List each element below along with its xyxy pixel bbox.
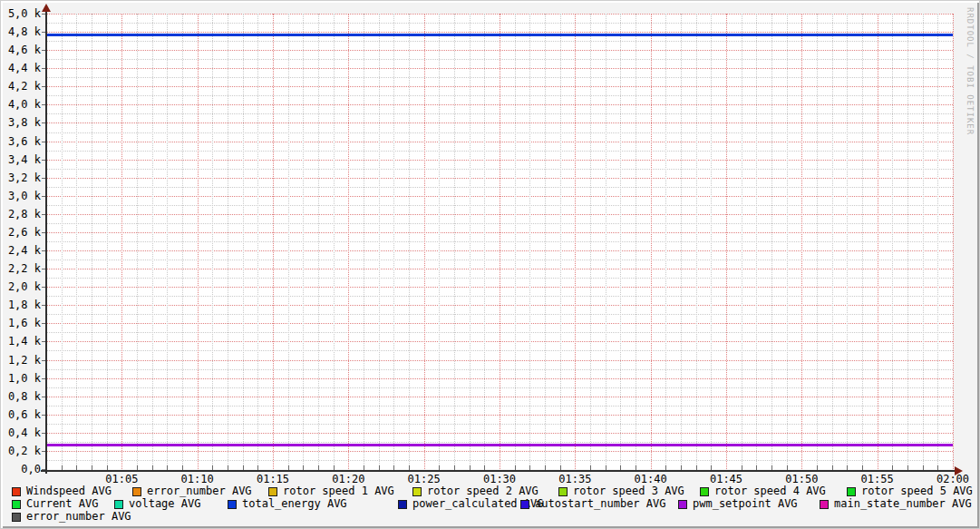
v-gridline-minor <box>756 14 757 469</box>
v-gridline-major <box>348 14 349 469</box>
v-gridline-minor <box>606 14 606 469</box>
x-axis-tick <box>393 465 394 470</box>
x-axis-tick <box>606 465 606 470</box>
y-axis-label: 2,4 k <box>5 245 41 257</box>
y-axis-label: 5,0 k <box>5 8 41 20</box>
v-gridline-minor <box>470 14 471 469</box>
x-axis-tick <box>937 465 938 470</box>
x-axis-tick <box>636 465 636 470</box>
y-axis-label: 0,0 <box>5 464 41 475</box>
v-gridline-minor <box>334 14 335 469</box>
y-axis-label: 2,8 k <box>5 209 41 220</box>
legend-item: voltage AVG <box>114 498 200 510</box>
y-axis-tick <box>42 86 45 87</box>
legend-item: rotor speed 5 AVG <box>847 485 973 497</box>
x-axis-tick <box>182 465 183 470</box>
legend-label: rotor speed 4 AVG <box>714 485 826 497</box>
y-axis-tick <box>42 323 45 324</box>
y-axis-label: 2,0 k <box>5 281 41 293</box>
v-gridline-minor <box>696 14 697 469</box>
x-axis-tick <box>92 465 92 470</box>
legend-label: Current AVG <box>26 498 98 510</box>
x-axis-tick <box>681 465 682 470</box>
x-axis-tick <box>212 465 213 470</box>
legend-swatch-icon <box>678 500 687 509</box>
y-axis-label: 2,2 k <box>5 263 41 275</box>
x-axis-tick <box>107 465 108 470</box>
y-axis-label: 3,0 k <box>5 191 41 202</box>
y-axis-label: 4,8 k <box>5 26 41 38</box>
v-gridline-minor <box>318 14 319 469</box>
legend-swatch-icon <box>12 487 21 496</box>
v-gridline-major <box>878 14 878 469</box>
x-axis-tick <box>832 465 833 470</box>
x-axis-tick <box>439 465 440 470</box>
y-axis-tick <box>42 232 45 233</box>
x-axis-tick <box>152 465 153 470</box>
legend-swatch-icon <box>12 513 21 522</box>
y-axis-tick <box>42 68 45 69</box>
x-axis-tick <box>545 465 546 470</box>
legend-label: rotor speed 5 AVG <box>861 485 973 497</box>
y-axis-tick <box>42 397 45 397</box>
x-axis-tick <box>620 465 621 470</box>
v-gridline-minor <box>228 14 228 469</box>
v-gridline-minor <box>832 14 833 469</box>
legend-item: pwm_setpoint AVG <box>678 498 798 510</box>
x-axis-tick <box>454 465 455 470</box>
legend-item: rotor speed 4 AVG <box>700 485 826 497</box>
v-gridline-major <box>575 14 576 469</box>
legend-item: autostart_number AVG <box>520 498 666 510</box>
legend-swatch-icon <box>700 487 709 496</box>
y-axis-label: 0,2 k <box>5 446 41 457</box>
y-axis-label: 4,6 k <box>5 44 41 56</box>
v-gridline-minor <box>137 14 138 469</box>
x-axis-tick <box>379 465 380 470</box>
x-axis-tick <box>228 465 228 470</box>
legend-item: error_number AVG <box>132 485 252 497</box>
legend-label: Windspeed AVG <box>26 485 112 497</box>
x-axis-tick <box>787 465 788 470</box>
legend-item: error_number AVG <box>12 511 131 523</box>
x-axis-tick <box>590 465 591 470</box>
v-gridline-minor <box>167 14 168 469</box>
legend-label: pwm_setpoint AVG <box>693 498 798 510</box>
y-axis-tick <box>42 50 45 51</box>
x-axis-tick <box>771 465 772 470</box>
x-axis-tick <box>529 465 530 470</box>
x-axis-tick <box>847 465 848 470</box>
legend-swatch-icon <box>412 487 422 496</box>
y-axis-tick <box>42 341 45 342</box>
x-axis-tick <box>817 465 818 470</box>
v-gridline-minor <box>409 14 410 469</box>
y-axis-label: 3,4 k <box>5 154 41 166</box>
legend-item: Current AVG <box>12 498 98 510</box>
y-axis-tick <box>42 287 45 288</box>
legend-swatch-icon <box>228 500 237 509</box>
y-axis-tick <box>42 433 45 434</box>
v-gridline-minor <box>560 14 561 469</box>
v-gridline-minor <box>303 14 304 469</box>
v-gridline-minor <box>817 14 818 469</box>
x-axis-tick <box>288 465 289 470</box>
v-gridline-major <box>651 14 652 469</box>
y-axis-tick <box>42 104 45 105</box>
v-gridline-minor <box>515 14 516 469</box>
v-gridline-minor <box>212 14 213 469</box>
y-axis-tick <box>42 469 45 470</box>
y-axis-tick <box>42 451 45 452</box>
v-gridline-minor <box>364 14 364 469</box>
v-gridline-major <box>500 14 500 469</box>
y-axis-tick <box>42 378 45 379</box>
v-gridline-minor <box>439 14 440 469</box>
v-gridline-minor <box>590 14 591 469</box>
legend-label: rotor speed 3 AVG <box>573 485 684 497</box>
y-axis-label: 1,8 k <box>5 299 41 311</box>
y-axis-tick <box>42 269 45 269</box>
legend-label: error_number AVG <box>26 511 131 523</box>
legend-label: rotor speed 2 AVG <box>427 485 539 497</box>
v-gridline-minor <box>711 14 712 469</box>
legend-item: rotor speed 2 AVG <box>412 485 539 497</box>
y-axis-tick <box>42 14 45 15</box>
legend-label: autostart_number AVG <box>535 498 666 510</box>
